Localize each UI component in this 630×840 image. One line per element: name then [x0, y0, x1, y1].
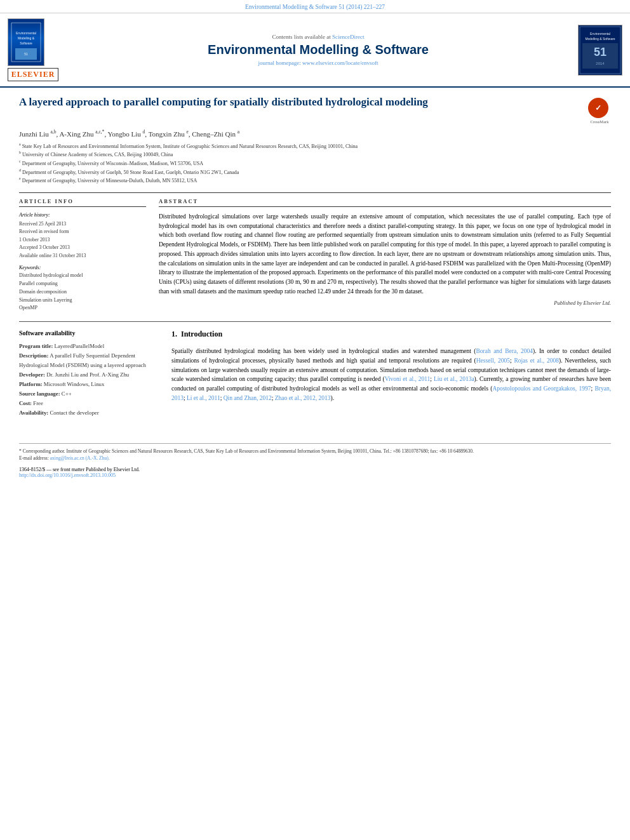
journal-citation-bar: Environmental Modelling & Software 51 (2… [0, 0, 630, 13]
article-info-abstract: ARTICLE INFO Article history: Received 2… [19, 192, 611, 312]
keyword-5: OpenMP [19, 304, 146, 312]
contents-line: Contents lists available at ScienceDirec… [65, 34, 572, 40]
published-by: Published by Elsevier Ltd. [159, 300, 611, 306]
ref-rojas[interactable]: Rojas et al., 2008 [514, 357, 559, 364]
intro-title: Introduction [181, 330, 222, 339]
software-info-block: Program title: LayeredParallelModel Desc… [19, 342, 159, 418]
received-date: Received 25 April 2013 [19, 220, 146, 228]
description-row: Description: A parallel Fully Sequential… [19, 351, 159, 370]
keywords-label: Keywords: [19, 265, 146, 270]
doi-link[interactable]: http://dx.doi.org/10.1016/j.envsoft.2013… [19, 472, 116, 478]
email-link[interactable]: axing@lreis.ac.cn (A.-X. Zhu). [50, 455, 110, 461]
source-value: C++ [62, 390, 72, 397]
journal-homepage: journal homepage: www.elsevier.com/locat… [65, 60, 572, 66]
keywords-block: Keywords: Distributed hydrological model… [19, 265, 146, 312]
crossmark-label: CrossMark [588, 119, 611, 124]
author-tongxin-zhu: Tongxin Zhu e [149, 130, 189, 138]
abstract-column: ABSTRACT Distributed hydrological simula… [159, 198, 611, 312]
affiliations-block: a State Key Lab of Resources and Environ… [19, 142, 611, 185]
developer-row: Developer: Dr. Junzhi Liu and Prof. A-Xi… [19, 370, 159, 380]
crossmark-icon: ✓ [588, 98, 608, 118]
issn-line: 1364-8152/$ — see front matter Published… [19, 467, 611, 472]
program-title-row: Program title: LayeredParallelModel [19, 342, 159, 351]
intro-paragraph-1: Spatially distributed hydrological model… [171, 347, 611, 403]
svg-text:51: 51 [24, 52, 28, 56]
article-info-column: ARTICLE INFO Article history: Received 2… [19, 198, 146, 312]
doi-line[interactable]: http://dx.doi.org/10.1016/j.envsoft.2013… [19, 472, 611, 478]
ref-vivoni[interactable]: Vivoni et al., 2011 [385, 376, 431, 382]
svg-text:✓: ✓ [595, 103, 601, 112]
paper-title-area: A layered approach to parallel computing… [19, 95, 611, 124]
ref-hessell[interactable]: Hessell, 2005 [476, 357, 510, 364]
abstract-text: Distributed hydrological simulations ove… [159, 212, 611, 296]
keyword-4: Simulation units Layering [19, 297, 146, 305]
journal-center-header: Contents lists available at ScienceDirec… [65, 34, 572, 66]
introduction-column: 1. Introduction Spatially distributed hy… [171, 330, 611, 418]
crossmark-badge: ✓ CrossMark [588, 98, 611, 124]
elsevier-box: ELSEVIER [8, 68, 58, 81]
affiliation-e: e Department of Geography, University of… [19, 176, 611, 185]
svg-text:Modelling &: Modelling & [18, 36, 35, 40]
author-chengzhi-qin: Cheng–Zhi Qin a [192, 130, 239, 138]
received-revised-label: Received in revised form [19, 228, 146, 236]
svg-text:2014: 2014 [596, 62, 605, 65]
ref-zhao[interactable]: Zhao et al., 2012, 2013 [275, 395, 331, 401]
article-history: Article history: Received 25 April 2013 … [19, 212, 146, 260]
svg-text:51: 51 [594, 46, 607, 58]
footnote-email: E-mail address: axing@lreis.ac.cn (A.-X.… [19, 455, 611, 462]
developer-label: Developer: [19, 371, 45, 378]
intro-number: 1. [171, 330, 177, 339]
keyword-1: Distributed hydrological model [19, 272, 146, 280]
journal-title: Environmental Modelling & Software [65, 43, 572, 57]
ref-qin-zhan[interactable]: Qin and Zhan, 2012 [224, 395, 272, 401]
author-junzhi-liu: Junzhi Liu a,b [19, 130, 56, 138]
ref-borah-bera[interactable]: Borah and Bera, 2004 [476, 348, 533, 354]
keyword-2: Parallel computing [19, 280, 146, 288]
cost-row: Cost: Free [19, 399, 159, 408]
source-label: Source language: [19, 390, 60, 397]
affiliation-d: d Department of Geography, University of… [19, 168, 611, 177]
author-yongbo-liu: Yongbo Liu d [107, 130, 145, 138]
journal-cover-image: Environmental Modelling & Software 51 20… [578, 25, 622, 76]
sciencedirect-link[interactable]: ScienceDirect [332, 34, 364, 40]
svg-text:Environmental: Environmental [590, 32, 610, 36]
availability-row: Availability: Contact the developer [19, 408, 159, 418]
availability-label: Availability: [19, 410, 48, 416]
keyword-3: Domain decomposition [19, 288, 146, 297]
main-content: A layered approach to parallel computing… [0, 88, 630, 486]
elsevier-brand: ELSEVIER [11, 70, 55, 79]
availability-value: Contact the developer [50, 410, 98, 416]
platform-value: Microsoft Windows, Linux [44, 381, 105, 387]
affiliation-a: a State Key Lab of Resources and Environ… [19, 142, 611, 150]
svg-text:Modelling & Software: Modelling & Software [585, 37, 615, 41]
authors-line: Junzhi Liu a,b, A-Xing Zhu a,c,*, Yongbo… [19, 129, 611, 138]
affiliation-b: b University of Chinese Academy of Scien… [19, 150, 611, 159]
program-title-value: LayeredParallelModel [55, 343, 105, 349]
elsevier-logo: Environmental Modelling & Software 51 EL… [8, 18, 58, 81]
source-row: Source language: C++ [19, 389, 159, 399]
footnote-star: * Corresponding author. Institute of Geo… [19, 448, 611, 455]
ref-li-2011[interactable]: Li et al., 2011 [187, 395, 220, 401]
developer-value: Dr. Junzhi Liu and Prof. A-Xing Zhu [46, 371, 129, 378]
ref-liu-2013a[interactable]: Liu et al., 2013a [434, 376, 474, 382]
bottom-links: 1364-8152/$ — see front matter Published… [19, 467, 611, 478]
software-column: Software availability Program title: Lay… [19, 330, 159, 418]
svg-text:Software: Software [20, 41, 32, 45]
footnote-area: * Corresponding author. Institute of Geo… [19, 443, 611, 462]
article-info-label: ARTICLE INFO [19, 198, 146, 207]
paper-title: A layered approach to parallel computing… [19, 95, 580, 110]
ref-apostolopoulos[interactable]: Apostolopoulos and Georgakakos, 1997 [492, 385, 591, 392]
lower-section: Software availability Program title: Lay… [19, 321, 611, 418]
history-label: Article history: [19, 212, 146, 218]
cost-value: Free [33, 400, 43, 406]
abstract-label: ABSTRACT [159, 198, 611, 207]
description-label: Description: [19, 352, 48, 359]
program-title-label: Program title: [19, 343, 53, 349]
affiliation-c: c Department of Geography, University of… [19, 159, 611, 168]
platform-label: Platform: [19, 381, 43, 387]
revised-date: 1 October 2013 [19, 236, 146, 244]
journal-header: Environmental Modelling & Software 51 EL… [0, 13, 630, 88]
platform-row: Platform: Microsoft Windows, Linux [19, 380, 159, 389]
svg-text:Environmental: Environmental [16, 31, 36, 35]
software-title: Software availability [19, 330, 159, 337]
